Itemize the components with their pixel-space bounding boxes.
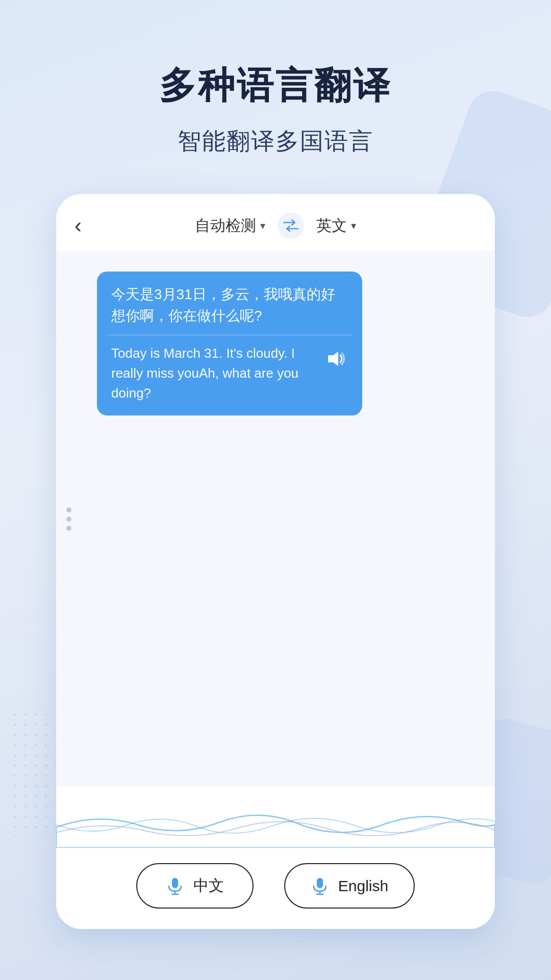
english-mic-button[interactable]: English (284, 863, 415, 909)
wave-svg (56, 797, 495, 848)
phone-card: ‹ 自动检测 ▾ 英文 ▾ (56, 194, 495, 929)
source-lang-selector[interactable]: 自动检测 ▾ (195, 215, 265, 236)
source-lang-label: 自动检测 (195, 215, 256, 236)
target-lang-arrow: ▾ (351, 219, 356, 232)
dot-3 (66, 526, 71, 531)
header-section: 多种语言翻译 智能翻译多国语言 (0, 61, 551, 157)
swap-button[interactable] (278, 212, 304, 239)
speaker-button[interactable] (321, 346, 348, 372)
message-bubble: 今天是3月31日，多云，我哦真的好想你啊，你在做什么呢? Today is Ma… (97, 272, 362, 415)
swap-icon (283, 219, 299, 232)
svg-rect-4 (317, 878, 323, 888)
speaker-icon (324, 348, 345, 370)
target-lang-label: 英文 (316, 215, 347, 236)
target-lang-selector[interactable]: 英文 ▾ (316, 215, 356, 236)
top-bar: ‹ 自动检测 ▾ 英文 ▾ (56, 194, 495, 251)
original-text: 今天是3月31日，多云，我哦真的好想你啊，你在做什么呢? (111, 284, 348, 327)
chat-area: 今天是3月31日，多云，我哦真的好想你啊，你在做什么呢? Today is Ma… (56, 251, 495, 787)
bubble-original: 今天是3月31日，多云，我哦真的好想你啊，你在做什么呢? (97, 272, 362, 335)
page-subtitle: 智能翻译多国语言 (0, 126, 551, 157)
translated-text: Today is March 31. It's cloudy. I really… (111, 344, 313, 403)
english-label: English (338, 877, 388, 895)
svg-marker-0 (328, 352, 338, 366)
chinese-mic-button[interactable]: 中文 (136, 863, 254, 909)
chinese-mic-icon (166, 877, 184, 895)
bottom-bar: 中文 English (56, 848, 495, 929)
dot-2 (66, 517, 71, 522)
language-selector: 自动检测 ▾ 英文 ▾ (195, 212, 356, 239)
wave-area (56, 787, 495, 848)
english-mic-icon (311, 877, 329, 895)
source-lang-arrow: ▾ (260, 219, 265, 232)
page-title: 多种语言翻译 (0, 61, 551, 110)
back-button[interactable]: ‹ (74, 213, 82, 238)
svg-rect-1 (172, 878, 178, 888)
dot-1 (66, 507, 71, 512)
chinese-label: 中文 (193, 875, 224, 896)
options-dots[interactable] (66, 507, 71, 531)
bubble-translated: Today is March 31. It's cloudy. I really… (97, 335, 362, 415)
